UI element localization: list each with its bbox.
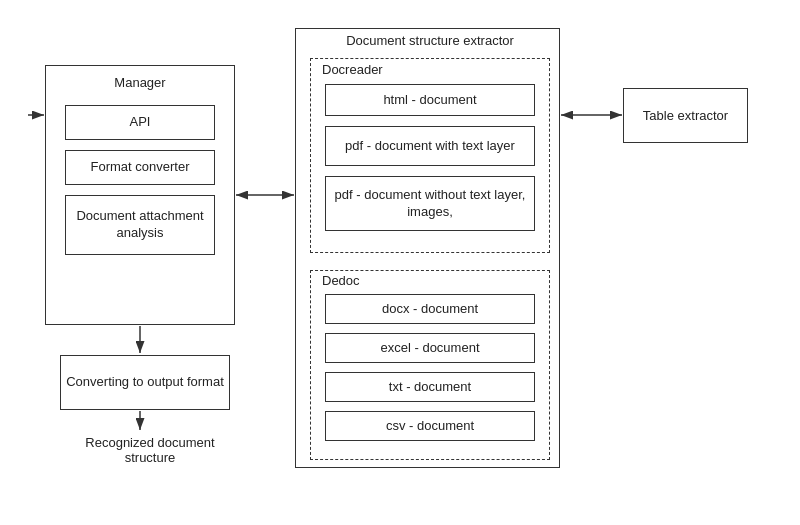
api-box: API [65,105,215,140]
txt-box: txt - document [325,372,535,402]
docx-label: docx - document [382,301,478,318]
api-label: API [130,114,151,131]
converting-label: Converting to output format [66,374,224,391]
excel-box: excel - document [325,333,535,363]
manager-label: Manager [80,75,200,90]
recognized-label: Recognized document structure [60,435,240,465]
doc-attachment-label: Document attachment analysis [70,208,210,242]
pdf-notxt-label: pdf - document without text layer, image… [329,187,531,221]
dse-label: Document structure extractor [340,33,520,48]
converting-box: Converting to output format [60,355,230,410]
format-converter-box: Format converter [65,150,215,185]
csv-label: csv - document [386,418,474,435]
diagram: Manager API Format converter Document at… [0,0,800,525]
table-extractor-box: Table extractor [623,88,748,143]
docx-box: docx - document [325,294,535,324]
pdf-notxt-box: pdf - document without text layer, image… [325,176,535,231]
pdf-text-label: pdf - document with text layer [345,138,515,155]
html-doc-box: html - document [325,84,535,116]
docreader-label: Docreader [322,62,383,77]
html-doc-label: html - document [383,92,476,109]
table-extractor-label: Table extractor [643,108,728,123]
txt-label: txt - document [389,379,471,396]
excel-label: excel - document [381,340,480,357]
doc-attachment-box: Document attachment analysis [65,195,215,255]
csv-box: csv - document [325,411,535,441]
pdf-text-box: pdf - document with text layer [325,126,535,166]
format-converter-label: Format converter [91,159,190,176]
dedoc-label: Dedoc [322,273,360,288]
